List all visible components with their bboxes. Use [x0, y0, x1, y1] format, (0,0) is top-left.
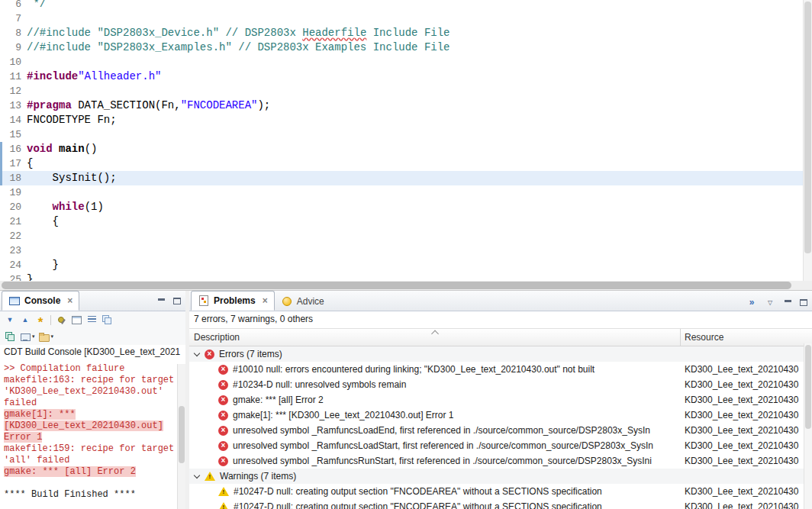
new-console-view-button[interactable]	[2, 329, 18, 344]
code-line-24[interactable]: 24 }	[0, 258, 812, 272]
problem-description: #10010 null: errors encountered during l…	[233, 364, 594, 375]
scroll-up-button[interactable]	[18, 312, 33, 327]
column-description[interactable]: Description	[189, 329, 680, 346]
code-line-9[interactable]: 9//#include "DSP2803x_Examples.h" // DSP…	[0, 40, 812, 55]
scroll-down-icon	[4, 314, 16, 326]
code-line-15[interactable]: 15	[0, 127, 812, 142]
problems-view: Problems × Advice 7 errors, 7 warnings, …	[189, 291, 812, 509]
scroll-down-button[interactable]	[2, 312, 18, 327]
code-line-21[interactable]: 21 {	[0, 214, 812, 229]
editor-horizontal-scrollbar[interactable]	[0, 281, 812, 290]
problem-row[interactable]: ×#10010 null: errors encountered during …	[189, 362, 812, 377]
tab-advice[interactable]: Advice	[275, 292, 330, 311]
minimize-icon[interactable]	[155, 295, 167, 307]
problem-row[interactable]: !#10247-D null: creating output section …	[189, 499, 812, 509]
pin-console-button[interactable]	[53, 312, 69, 327]
code-line-10[interactable]: 10	[0, 55, 812, 69]
console-line: gmake: *** [all] Error 2	[4, 466, 185, 478]
line-number: 18	[0, 171, 27, 185]
code-line-11[interactable]: 11#include"Allheader.h"	[0, 69, 812, 84]
line-number: 16	[0, 142, 27, 156]
display-console-button[interactable]: ▾	[18, 329, 37, 344]
column-resource[interactable]: Resource	[680, 329, 812, 346]
code-line-19[interactable]: 19	[0, 185, 812, 200]
code-line-14[interactable]: 14FNCODETYPE Fn;	[0, 113, 812, 127]
problem-resource: KD300_Lee_text_20210430	[681, 392, 812, 408]
problems-toolbar	[744, 295, 778, 310]
console-line: failed	[4, 398, 185, 409]
table-header: Description Resource	[189, 328, 812, 346]
code-line-17[interactable]: 17{	[0, 156, 812, 171]
problem-description: unresolved symbol _RamfuncsRunStart, fir…	[233, 456, 652, 466]
double-arrow-button[interactable]	[744, 295, 759, 310]
code-line-12[interactable]: 12	[0, 84, 812, 98]
code-line-16[interactable]: 16void main()	[0, 142, 812, 156]
code-line-18[interactable]: 18 SysInit();	[0, 171, 812, 185]
open-console-button[interactable]: ▾	[37, 329, 56, 344]
tab-console[interactable]: Console ×	[2, 291, 79, 311]
code-line-13[interactable]: 13#pragma DATA_SECTION(Fn,"FNCODEAREA");	[0, 98, 812, 113]
code-line-8[interactable]: 8//#include "DSP2803x_Device.h" // DSP28…	[0, 26, 812, 40]
console-scrollbar[interactable]	[177, 364, 185, 509]
console-line: makefile:163: recipe for target	[4, 375, 185, 386]
problem-row[interactable]: ×gmake[1]: *** [KD300_Lee_text_20210430.…	[189, 408, 812, 423]
editor-lines: 6 */78//#include "DSP2803x_Device.h" // …	[0, 0, 812, 287]
panel-buttons	[744, 295, 810, 310]
maximize-icon[interactable]	[171, 295, 183, 307]
problem-row[interactable]: ×unresolved symbol _RamfuncsLoadEnd, fir…	[189, 423, 812, 438]
problem-row[interactable]: ×gmake: *** [all] Error 2KD300_Lee_text_…	[189, 392, 812, 408]
console-line: 'all' failed	[4, 455, 185, 466]
code-line-22[interactable]: 22	[0, 229, 812, 243]
view-menu-button[interactable]	[762, 295, 778, 310]
console-line: 'KD300_Lee_text_20210430.out'	[4, 386, 185, 398]
problem-resource: KD300_Lee_text_20210430	[681, 408, 812, 423]
problem-group-warnings[interactable]: !Warnings (7 items)	[189, 469, 812, 484]
ccs-ide-window: 6 */78//#include "DSP2803x_Device.h" // …	[0, 0, 812, 509]
problem-row[interactable]: ×unresolved symbol _RamfuncsLoadStart, f…	[189, 438, 812, 453]
problem-row[interactable]: ×#10234-D null: unresolved symbols remai…	[189, 377, 812, 392]
tab-label: Advice	[297, 296, 324, 307]
expander-icon[interactable]	[194, 472, 200, 478]
code-line-20[interactable]: 20 while(1)	[0, 200, 812, 214]
scrollbar-thumb[interactable]	[179, 406, 185, 463]
problem-resource: KD300_Lee_text_20210430	[681, 453, 812, 469]
problem-description: gmake[1]: *** [KD300_Lee_text_20210430.o…	[233, 410, 454, 420]
word-wrap-icon	[85, 314, 98, 326]
problem-description: #10247-D null: creating output section "…	[234, 486, 602, 497]
code-line-23[interactable]: 23	[0, 243, 812, 258]
console-line: >> Compilation failure	[4, 363, 185, 375]
code-editor[interactable]: 6 */78//#include "DSP2803x_Device.h" // …	[0, 0, 812, 290]
console-line: makefile:159: recipe for target	[4, 443, 185, 455]
code-line-6[interactable]: 6 */	[0, 0, 812, 11]
problem-row[interactable]: !#10247-D null: creating output section …	[189, 484, 812, 499]
clear-console-icon	[101, 314, 113, 326]
problem-description: #10247-D null: creating output section "…	[234, 501, 602, 509]
console-output[interactable]: >> Compilation failuremakefile:163: reci…	[0, 360, 185, 509]
close-icon[interactable]: ×	[263, 296, 268, 305]
line-number: 21	[0, 214, 27, 229]
code-text: #pragma DATA_SECTION(Fn,"FNCODEAREA");	[27, 99, 270, 111]
show-console-on-output-button[interactable]	[33, 312, 48, 327]
display-selected-console-icon	[70, 314, 82, 326]
display-selected-console-button[interactable]	[69, 312, 84, 327]
scrollbar-thumb[interactable]	[2, 282, 791, 289]
console-line	[4, 478, 185, 489]
scrollbar-thumb[interactable]	[804, 2, 811, 253]
problem-group-errors[interactable]: ×Errors (7 items)	[189, 346, 812, 362]
line-number: 6	[0, 0, 27, 11]
console-line: **** Build Finished ****	[4, 489, 185, 501]
problem-row[interactable]: ×unresolved symbol _RamfuncsRunStart, fi…	[189, 453, 812, 469]
maximize-icon[interactable]	[798, 296, 810, 308]
minimize-icon[interactable]	[781, 296, 794, 308]
scrollbar-thumb[interactable]	[805, 345, 811, 429]
clear-console-button[interactable]	[99, 312, 114, 327]
code-line-7[interactable]: 7	[0, 11, 812, 26]
word-wrap-button[interactable]	[84, 312, 99, 327]
problems-scrollbar[interactable]	[804, 343, 812, 509]
close-icon[interactable]: ×	[67, 296, 72, 305]
pin-console-icon	[55, 314, 67, 326]
editor-vertical-scrollbar[interactable]	[803, 0, 812, 281]
tab-problems[interactable]: Problems ×	[191, 291, 275, 311]
line-number: 12	[0, 84, 27, 98]
expander-icon[interactable]	[194, 350, 200, 356]
